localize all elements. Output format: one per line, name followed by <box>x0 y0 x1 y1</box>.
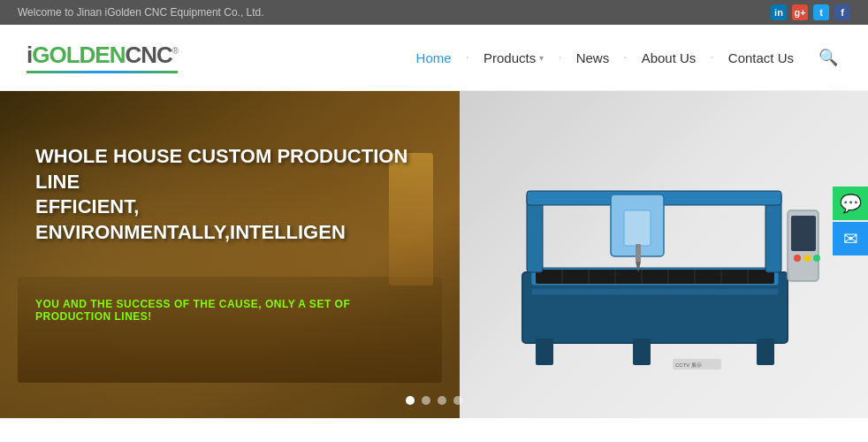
svg-rect-26 <box>531 288 779 295</box>
svg-rect-25 <box>633 339 651 365</box>
hero-subtitle: YOU AND THE SUCCESS OF THE CAUSE, ONLY A… <box>35 298 424 323</box>
svg-rect-15 <box>624 210 651 246</box>
nav-sep-2: · <box>558 50 561 65</box>
svg-rect-16 <box>636 244 641 262</box>
svg-rect-2 <box>536 270 774 284</box>
nav-contact[interactable]: Contact Us <box>716 50 806 65</box>
svg-point-20 <box>794 255 801 262</box>
nav-sep-3: · <box>623 50 627 65</box>
svg-point-21 <box>803 255 811 262</box>
hero-title1: WHOLE HOUSE CUSTOM PRODUCTION LINE <box>35 144 424 194</box>
email-button[interactable]: ✉ <box>833 222 868 255</box>
dot-3[interactable] <box>438 396 446 405</box>
hero-title2: EFFICIENT, ENVIRONMENTALLY,INTELLIGEN <box>35 194 424 245</box>
nav-home[interactable]: Home <box>404 50 464 65</box>
header: iGOLDENCNC® Home · Products ▾ · News · A… <box>0 25 868 91</box>
svg-rect-24 <box>757 339 774 365</box>
linkedin-icon[interactable]: in <box>771 4 787 20</box>
hero-banner: WHOLE HOUSE CUSTOM PRODUCTION LINE EFFIC… <box>0 91 868 418</box>
nav-sep-1: · <box>466 50 469 65</box>
products-arrow: ▾ <box>539 53 544 63</box>
top-bar: Welcome to Jinan iGolden CNC Equipment C… <box>0 0 868 25</box>
machine-image: CCTV 展示 <box>496 131 832 378</box>
main-nav: Home · Products ▾ · News · About Us · Co… <box>404 50 806 65</box>
dot-1[interactable] <box>406 396 415 405</box>
whatsapp-button[interactable]: 💬 <box>833 187 868 220</box>
nav-news[interactable]: News <box>564 50 622 65</box>
logo[interactable]: iGOLDENCNC® <box>27 42 178 73</box>
twitter-icon[interactable]: t <box>813 4 829 20</box>
nav-sep-4: · <box>710 50 713 65</box>
dot-4[interactable] <box>453 396 462 405</box>
svg-text:CCTV 展示: CCTV 展示 <box>675 362 702 368</box>
hero-left-panel: WHOLE HOUSE CUSTOM PRODUCTION LINE EFFIC… <box>0 91 460 418</box>
google-icon[interactable]: g+ <box>792 4 808 20</box>
nav-about[interactable]: About Us <box>629 50 709 65</box>
hero-dots <box>406 396 462 405</box>
nav-products[interactable]: Products ▾ <box>471 50 556 65</box>
search-button[interactable]: 🔍 <box>815 44 841 71</box>
social-links: in g+ t f <box>771 4 850 20</box>
svg-point-22 <box>813 255 820 262</box>
company-section: COMPANY PROFILE Jinan iGolden CNC Equipm… <box>0 418 868 442</box>
hero-right-panel: CCTV 展示 <box>460 91 868 418</box>
email-icon: ✉ <box>843 228 858 249</box>
svg-rect-19 <box>791 216 816 251</box>
welcome-text: Welcome to Jinan iGolden CNC Equipment C… <box>18 6 264 19</box>
svg-rect-23 <box>536 339 553 365</box>
facebook-icon[interactable]: f <box>834 4 850 20</box>
whatsapp-icon: 💬 <box>840 193 862 214</box>
dot-2[interactable] <box>422 396 430 405</box>
social-sidebar: 💬 ✉ <box>833 187 868 255</box>
